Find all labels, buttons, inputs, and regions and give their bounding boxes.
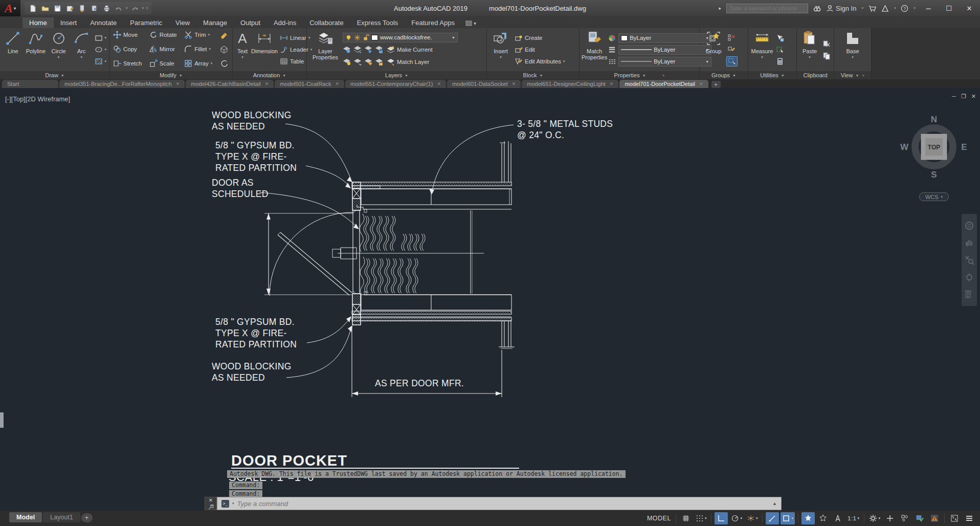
group-edit-button[interactable] bbox=[726, 45, 738, 55]
view-dialog-launcher-icon[interactable]: ↘ bbox=[861, 73, 864, 77]
grid-display-toggle[interactable] bbox=[679, 512, 693, 524]
modify-panel-label[interactable]: Modify▼ bbox=[110, 71, 232, 79]
trim-button[interactable]: Trim▾ bbox=[183, 30, 214, 40]
minimize-button[interactable]: ─ bbox=[921, 2, 936, 14]
redo-caret-icon[interactable]: ▾ bbox=[142, 6, 144, 10]
annotation-monitor-button[interactable] bbox=[883, 512, 897, 524]
annotation-autoscale-toggle[interactable] bbox=[816, 512, 830, 524]
command-expand-icon[interactable]: ▲ bbox=[772, 501, 777, 506]
new-layout-button[interactable]: + bbox=[81, 513, 93, 522]
app-store-cart-icon[interactable] bbox=[868, 5, 876, 12]
file-tab-model601[interactable]: model601-DataSocket✕ bbox=[447, 80, 521, 88]
close-tab-icon[interactable]: ✕ bbox=[176, 81, 180, 86]
ribbon-display-toggle[interactable]: ▾ bbox=[465, 20, 476, 28]
clipboard-panel-label[interactable]: Clipboard bbox=[797, 71, 834, 79]
save-icon[interactable] bbox=[52, 3, 62, 13]
new-drawing-tab-button[interactable]: + bbox=[711, 81, 721, 88]
tab-collaborate[interactable]: Collaborate bbox=[303, 17, 350, 28]
annotation-scale-button[interactable]: 1:1▾ bbox=[846, 512, 861, 524]
insert-block-button[interactable]: Insert ▾ bbox=[489, 29, 513, 70]
file-tab-model551[interactable]: model551-ContemporaryChair(1)✕ bbox=[345, 80, 446, 88]
command-input[interactable] bbox=[237, 500, 770, 508]
text-button[interactable]: A Text ▾ bbox=[235, 29, 250, 70]
close-tab-icon[interactable]: ✕ bbox=[265, 81, 269, 86]
help-caret-icon[interactable]: ▾ bbox=[914, 6, 916, 10]
drawing-canvas[interactable]: [-][Top][2D Wireframe] ─ ❐ ✕ bbox=[0, 88, 980, 511]
arc-button[interactable]: Arc ▾ bbox=[71, 29, 93, 70]
edit-attributes-button[interactable]: Edit Attributes▾ bbox=[514, 56, 566, 67]
command-input-field[interactable]: >_ ▾ ▲ bbox=[217, 497, 782, 510]
open-folder-icon[interactable] bbox=[40, 3, 50, 13]
graphics-performance-button[interactable] bbox=[913, 512, 926, 524]
maximize-button[interactable]: ☐ bbox=[941, 2, 956, 14]
undo-caret-icon[interactable]: ▾ bbox=[126, 6, 128, 10]
file-tab-start[interactable]: Start bbox=[2, 80, 58, 88]
copy-button[interactable]: Copy bbox=[112, 44, 144, 54]
navigation-bar[interactable] bbox=[962, 214, 977, 306]
hatch-tool-button[interactable]: ▾ bbox=[94, 56, 108, 67]
plot-icon[interactable] bbox=[77, 3, 87, 13]
customize-wrench-icon[interactable] bbox=[208, 505, 214, 510]
search-binoculars-icon[interactable] bbox=[813, 5, 821, 12]
command-close-icon[interactable]: ✕ bbox=[209, 497, 213, 503]
tab-manage[interactable]: Manage bbox=[196, 17, 234, 28]
file-tab-model651[interactable]: model651-DesignerCeilingLight✕ bbox=[522, 80, 618, 88]
file-tab-model501[interactable]: model501-CoatRack✕ bbox=[275, 80, 344, 88]
fillet-button[interactable]: Fillet▾ bbox=[183, 44, 214, 54]
base-button[interactable]: Base ▾ bbox=[841, 29, 864, 70]
lineweight-combo[interactable]: ByLayer▼ bbox=[618, 45, 711, 55]
save-as-icon[interactable] bbox=[64, 3, 75, 13]
groups-panel-label[interactable]: Groups▼ bbox=[700, 71, 748, 79]
exchange-caret-icon[interactable]: ▾ bbox=[894, 6, 896, 10]
isolate-objects-button[interactable] bbox=[898, 512, 911, 524]
layers-panel-label[interactable]: Layers▼ bbox=[307, 71, 486, 79]
erase-button[interactable] bbox=[219, 30, 230, 40]
group-selection-toggle[interactable] bbox=[726, 56, 738, 67]
customization-menu-button[interactable] bbox=[963, 512, 976, 524]
tab-home[interactable]: Home bbox=[23, 17, 54, 28]
object-snap-tracking-toggle[interactable] bbox=[766, 512, 779, 524]
close-tab-icon[interactable]: ✕ bbox=[437, 81, 441, 86]
quick-select-button[interactable] bbox=[775, 33, 785, 43]
ungroup-button[interactable] bbox=[726, 33, 738, 43]
make-current-button[interactable]: Make Current bbox=[386, 45, 434, 55]
tab-parametric[interactable]: Parametric bbox=[123, 17, 169, 28]
scale-button[interactable]: Scale bbox=[148, 58, 179, 69]
annotation-panel-label[interactable]: Annotation▼ bbox=[233, 71, 306, 79]
polar-tracking-toggle[interactable]: ▾ bbox=[729, 512, 744, 524]
select-similar-button[interactable] bbox=[775, 45, 785, 55]
utilities-panel-label[interactable]: Utilities▼ bbox=[748, 71, 796, 79]
view-panel-label[interactable]: View▼↘ bbox=[834, 71, 871, 79]
snap-mode-toggle[interactable]: ▾ bbox=[694, 512, 708, 524]
linetype-combo[interactable]: ByLayer▼ bbox=[618, 57, 711, 67]
tab-featured-apps[interactable]: Featured Apps bbox=[405, 17, 461, 28]
help-search-input[interactable] bbox=[726, 4, 808, 13]
command-recent-caret-icon[interactable]: ▾ bbox=[232, 501, 234, 506]
print-icon[interactable] bbox=[101, 3, 112, 13]
mirror-button[interactable]: Mirror bbox=[148, 44, 179, 54]
properties-dialog-launcher-icon[interactable]: ↘ bbox=[662, 73, 665, 77]
properties-panel-label[interactable]: Properties▼↘ bbox=[580, 71, 699, 79]
qat-customize-icon[interactable]: ▿ bbox=[146, 6, 148, 11]
ortho-mode-toggle[interactable] bbox=[715, 512, 728, 524]
autodesk-exchange-icon[interactable] bbox=[881, 5, 889, 12]
group-button[interactable]: Group bbox=[702, 29, 725, 70]
left-scrollbar-stub[interactable] bbox=[0, 412, 4, 428]
paste-button[interactable]: Paste ▾ bbox=[799, 29, 820, 70]
tab-annotate[interactable]: Annotate bbox=[83, 17, 123, 28]
close-tab-icon[interactable]: ✕ bbox=[512, 81, 516, 86]
copy-clip-button[interactable] bbox=[821, 51, 832, 61]
line-button[interactable]: Line bbox=[2, 29, 24, 70]
circle-button[interactable]: Circle ▾ bbox=[48, 29, 70, 70]
file-tab-model351[interactable]: model351-BracingDe...ForRafterMonopitch✕ bbox=[59, 80, 185, 88]
sign-in-caret-icon[interactable]: ▾ bbox=[861, 6, 863, 10]
edit-block-button[interactable]: Edit bbox=[514, 45, 566, 55]
close-button[interactable]: ✕ bbox=[962, 2, 977, 14]
create-block-button[interactable]: Create bbox=[514, 33, 566, 43]
match-properties-button[interactable]: Match Properties bbox=[582, 29, 607, 70]
tab-add-ins[interactable]: Add-ins bbox=[267, 17, 303, 28]
tab-express-tools[interactable]: Express Tools bbox=[350, 17, 405, 28]
array-button[interactable]: Array▾ bbox=[183, 58, 214, 69]
move-button[interactable]: Move bbox=[112, 30, 144, 40]
tab-insert[interactable]: Insert bbox=[54, 17, 84, 28]
